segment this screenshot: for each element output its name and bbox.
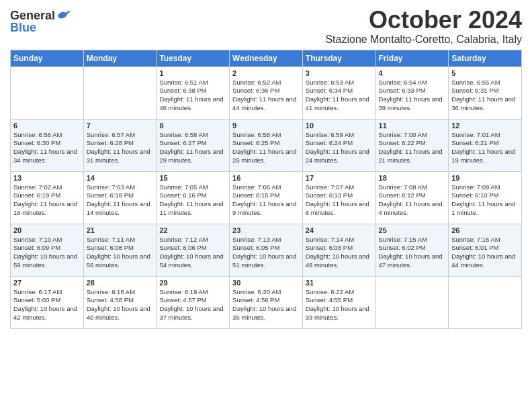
col-header-monday: Monday bbox=[83, 50, 157, 66]
col-header-thursday: Thursday bbox=[302, 50, 375, 66]
day-info: Sunrise: 6:57 AM Sunset: 6:28 PM Dayligh… bbox=[87, 131, 154, 165]
day-number: 12 bbox=[451, 122, 519, 130]
day-cell: 5Sunrise: 6:55 AM Sunset: 6:31 PM Daylig… bbox=[449, 66, 522, 119]
day-number: 22 bbox=[159, 226, 226, 234]
day-cell bbox=[11, 66, 84, 119]
day-number: 16 bbox=[232, 174, 300, 182]
day-cell: 24Sunrise: 7:14 AM Sunset: 6:03 PM Dayli… bbox=[302, 224, 375, 276]
day-number: 1 bbox=[159, 69, 226, 77]
day-info: Sunrise: 7:14 AM Sunset: 6:03 PM Dayligh… bbox=[306, 236, 373, 270]
day-info: Sunrise: 6:51 AM Sunset: 6:38 PM Dayligh… bbox=[159, 79, 226, 113]
day-cell: 3Sunrise: 6:53 AM Sunset: 6:34 PM Daylig… bbox=[302, 66, 375, 119]
logo-bird-icon bbox=[56, 9, 71, 21]
day-cell: 8Sunrise: 6:58 AM Sunset: 6:27 PM Daylig… bbox=[157, 119, 230, 171]
day-number: 7 bbox=[87, 122, 154, 130]
day-info: Sunrise: 7:09 AM Sunset: 6:10 PM Dayligh… bbox=[451, 183, 519, 218]
day-cell: 4Sunrise: 6:54 AM Sunset: 6:33 PM Daylig… bbox=[375, 66, 449, 119]
day-number: 4 bbox=[379, 69, 446, 77]
day-number: 26 bbox=[451, 226, 519, 234]
header: General Blue October 2024 Stazione Monta… bbox=[10, 7, 522, 46]
day-cell: 1Sunrise: 6:51 AM Sunset: 6:38 PM Daylig… bbox=[157, 66, 230, 119]
day-number: 27 bbox=[13, 279, 81, 287]
day-number: 9 bbox=[232, 122, 300, 130]
day-info: Sunrise: 7:02 AM Sunset: 6:19 PM Dayligh… bbox=[13, 183, 81, 218]
day-info: Sunrise: 6:59 AM Sunset: 6:24 PM Dayligh… bbox=[306, 131, 373, 165]
day-cell: 16Sunrise: 7:06 AM Sunset: 6:15 PM Dayli… bbox=[230, 171, 303, 224]
day-cell: 19Sunrise: 7:09 AM Sunset: 6:10 PM Dayli… bbox=[449, 171, 522, 224]
day-number: 18 bbox=[379, 174, 446, 182]
day-info: Sunrise: 6:20 AM Sunset: 4:56 PM Dayligh… bbox=[232, 288, 300, 322]
week-row-4: 20Sunrise: 7:10 AM Sunset: 6:09 PM Dayli… bbox=[11, 224, 522, 276]
day-info: Sunrise: 6:53 AM Sunset: 6:34 PM Dayligh… bbox=[306, 79, 373, 113]
day-number: 23 bbox=[232, 226, 300, 234]
day-number: 30 bbox=[232, 279, 300, 287]
day-cell: 23Sunrise: 7:13 AM Sunset: 6:05 PM Dayli… bbox=[230, 224, 303, 276]
day-cell: 12Sunrise: 7:01 AM Sunset: 6:21 PM Dayli… bbox=[449, 119, 522, 171]
day-number: 3 bbox=[306, 69, 373, 77]
day-cell: 14Sunrise: 7:03 AM Sunset: 6:18 PM Dayli… bbox=[83, 171, 157, 224]
day-info: Sunrise: 7:01 AM Sunset: 6:21 PM Dayligh… bbox=[451, 131, 519, 165]
day-cell: 6Sunrise: 6:56 AM Sunset: 6:30 PM Daylig… bbox=[11, 119, 84, 171]
title-block: October 2024 Stazione Montalto-Coretto, … bbox=[325, 7, 522, 46]
logo: General Blue bbox=[10, 9, 71, 35]
day-info: Sunrise: 6:19 AM Sunset: 4:57 PM Dayligh… bbox=[159, 288, 226, 322]
day-info: Sunrise: 6:22 AM Sunset: 4:55 PM Dayligh… bbox=[306, 288, 373, 322]
header-row: SundayMondayTuesdayWednesdayThursdayFrid… bbox=[11, 50, 522, 66]
day-number: 5 bbox=[451, 69, 519, 77]
day-info: Sunrise: 7:10 AM Sunset: 6:09 PM Dayligh… bbox=[13, 236, 81, 270]
location-title: Stazione Montalto-Coretto, Calabria, Ita… bbox=[325, 34, 522, 46]
day-info: Sunrise: 6:55 AM Sunset: 6:31 PM Dayligh… bbox=[451, 79, 519, 113]
day-cell: 28Sunrise: 6:18 AM Sunset: 4:58 PM Dayli… bbox=[83, 276, 157, 328]
col-header-saturday: Saturday bbox=[449, 50, 522, 66]
page: General Blue October 2024 Stazione Monta… bbox=[0, 0, 532, 411]
day-number: 2 bbox=[232, 69, 300, 77]
col-header-wednesday: Wednesday bbox=[230, 50, 303, 66]
day-number: 17 bbox=[306, 174, 373, 182]
day-number: 13 bbox=[13, 174, 81, 182]
day-cell: 7Sunrise: 6:57 AM Sunset: 6:28 PM Daylig… bbox=[83, 119, 157, 171]
week-row-5: 27Sunrise: 6:17 AM Sunset: 5:00 PM Dayli… bbox=[11, 276, 522, 328]
day-number: 29 bbox=[159, 279, 226, 287]
day-cell: 21Sunrise: 7:11 AM Sunset: 6:08 PM Dayli… bbox=[83, 224, 157, 276]
week-row-3: 13Sunrise: 7:02 AM Sunset: 6:19 PM Dayli… bbox=[11, 171, 522, 224]
day-number: 24 bbox=[306, 226, 373, 234]
day-info: Sunrise: 6:17 AM Sunset: 5:00 PM Dayligh… bbox=[13, 288, 81, 322]
day-info: Sunrise: 7:16 AM Sunset: 6:01 PM Dayligh… bbox=[451, 236, 519, 270]
day-cell: 29Sunrise: 6:19 AM Sunset: 4:57 PM Dayli… bbox=[157, 276, 230, 328]
col-header-friday: Friday bbox=[375, 50, 449, 66]
day-number: 20 bbox=[13, 226, 81, 234]
day-info: Sunrise: 7:11 AM Sunset: 6:08 PM Dayligh… bbox=[87, 236, 154, 270]
day-number: 28 bbox=[87, 279, 154, 287]
day-info: Sunrise: 7:03 AM Sunset: 6:18 PM Dayligh… bbox=[87, 183, 154, 218]
day-cell: 26Sunrise: 7:16 AM Sunset: 6:01 PM Dayli… bbox=[449, 224, 522, 276]
calendar-table: SundayMondayTuesdayWednesdayThursdayFrid… bbox=[10, 50, 522, 329]
day-info: Sunrise: 7:00 AM Sunset: 6:22 PM Dayligh… bbox=[379, 131, 446, 165]
day-number: 15 bbox=[159, 174, 226, 182]
day-cell: 11Sunrise: 7:00 AM Sunset: 6:22 PM Dayli… bbox=[375, 119, 449, 171]
day-cell bbox=[449, 276, 522, 328]
week-row-2: 6Sunrise: 6:56 AM Sunset: 6:30 PM Daylig… bbox=[11, 119, 522, 171]
day-number: 8 bbox=[159, 122, 226, 130]
day-info: Sunrise: 7:05 AM Sunset: 6:16 PM Dayligh… bbox=[159, 183, 226, 218]
day-number: 19 bbox=[451, 174, 519, 182]
day-info: Sunrise: 6:58 AM Sunset: 6:27 PM Dayligh… bbox=[159, 131, 226, 165]
day-cell bbox=[83, 66, 157, 119]
day-number: 21 bbox=[87, 226, 154, 234]
day-info: Sunrise: 6:56 AM Sunset: 6:30 PM Dayligh… bbox=[13, 131, 81, 165]
day-cell: 27Sunrise: 6:17 AM Sunset: 5:00 PM Dayli… bbox=[11, 276, 84, 328]
day-cell: 25Sunrise: 7:15 AM Sunset: 6:02 PM Dayli… bbox=[375, 224, 449, 276]
day-cell: 9Sunrise: 6:58 AM Sunset: 6:25 PM Daylig… bbox=[230, 119, 303, 171]
day-info: Sunrise: 7:08 AM Sunset: 6:12 PM Dayligh… bbox=[379, 183, 446, 218]
day-number: 10 bbox=[306, 122, 373, 130]
logo-blue: Blue bbox=[10, 21, 36, 35]
day-info: Sunrise: 7:06 AM Sunset: 6:15 PM Dayligh… bbox=[232, 183, 300, 218]
day-cell: 10Sunrise: 6:59 AM Sunset: 6:24 PM Dayli… bbox=[302, 119, 375, 171]
day-number: 11 bbox=[379, 122, 446, 130]
day-info: Sunrise: 6:58 AM Sunset: 6:25 PM Dayligh… bbox=[232, 131, 300, 165]
day-number: 6 bbox=[13, 122, 81, 130]
week-row-1: 1Sunrise: 6:51 AM Sunset: 6:38 PM Daylig… bbox=[11, 66, 522, 119]
day-info: Sunrise: 6:52 AM Sunset: 6:36 PM Dayligh… bbox=[232, 79, 300, 113]
day-info: Sunrise: 7:07 AM Sunset: 6:13 PM Dayligh… bbox=[306, 183, 373, 218]
day-cell: 2Sunrise: 6:52 AM Sunset: 6:36 PM Daylig… bbox=[230, 66, 303, 119]
day-number: 14 bbox=[87, 174, 154, 182]
